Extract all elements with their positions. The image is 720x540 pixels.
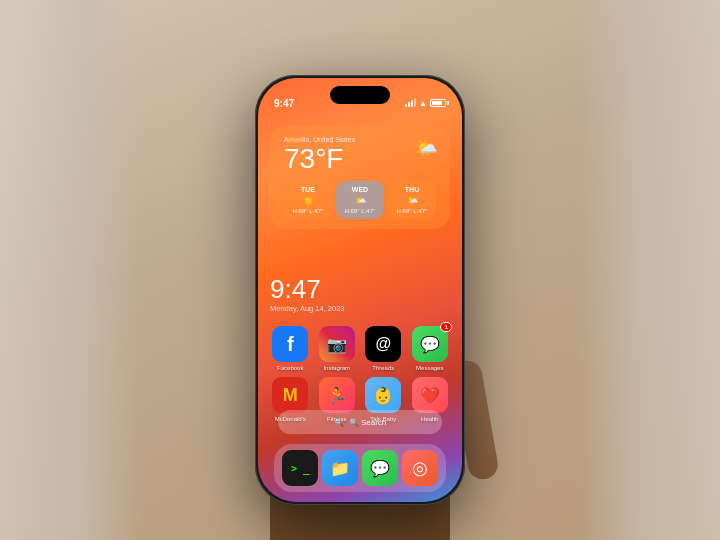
wifi-icon: ▲: [419, 99, 427, 108]
threads-icon: @: [365, 326, 401, 362]
forecast-tue: TUE ☀️ H:69° L:47°: [284, 181, 332, 219]
clock-time: 9:47: [270, 276, 345, 302]
signal-icon: [405, 99, 416, 107]
dock-files[interactable]: 📁: [322, 450, 358, 486]
forecast-row: TUE ☀️ H:69° L:47° WED 🌤️ H:69° L:47° TH…: [284, 181, 436, 219]
search-bar[interactable]: 🔍 🔍 Search: [278, 410, 442, 434]
clock-date: Monday, Aug 14, 2023: [270, 304, 345, 313]
scene: 9:47 ▲: [0, 0, 720, 540]
forecast-wed: WED 🌤️ H:69° L:47°: [336, 181, 384, 219]
messages-icon: 💬 1: [412, 326, 448, 362]
app-instagram[interactable]: 📷 Instagram: [317, 326, 358, 371]
curtain-right: [580, 0, 720, 540]
status-time: 9:47: [274, 98, 294, 109]
status-icons: ▲: [405, 99, 446, 108]
dock-terminal[interactable]: > _: [282, 450, 318, 486]
phone: 9:47 ▲: [255, 75, 465, 505]
app-messages[interactable]: 💬 1 Messages: [410, 326, 451, 371]
dynamic-island: [330, 86, 390, 104]
app-grid: f Facebook 📷 Instagram @: [270, 326, 450, 422]
search-label: 🔍 Search: [349, 418, 387, 427]
mcdonalds-icon: M: [272, 377, 308, 413]
forecast-thu: THU 🌤️ H:69° L:47°: [388, 181, 436, 219]
clock-widget: 9:47 Monday, Aug 14, 2023: [270, 276, 345, 313]
instagram-icon: 📷: [319, 326, 355, 362]
dock-altstore[interactable]: ◎: [402, 450, 438, 486]
phone-screen: 9:47 ▲: [258, 78, 462, 502]
fitness-icon: 🏃: [319, 377, 355, 413]
curtain-left: [0, 0, 140, 540]
app-threads[interactable]: @ Threads: [363, 326, 404, 371]
facebook-icon: f: [272, 326, 308, 362]
phone-wrapper: 9:47 ▲: [255, 75, 465, 505]
search-icon: 🔍: [334, 418, 344, 427]
weather-location: Amarillo, United States: [284, 136, 436, 143]
weather-widget: 🌤️ Amarillo, United States 73°F TUE ☀️ H…: [270, 126, 450, 229]
dock-facetime[interactable]: 💬: [362, 450, 398, 486]
battery-icon: [430, 99, 446, 107]
app-facebook[interactable]: f Facebook: [270, 326, 311, 371]
dock: > _ 📁 💬 ◎: [274, 444, 446, 492]
health-icon: ❤️: [412, 377, 448, 413]
talkbaby-icon: 👶: [365, 377, 401, 413]
messages-badge: 1: [440, 322, 451, 332]
